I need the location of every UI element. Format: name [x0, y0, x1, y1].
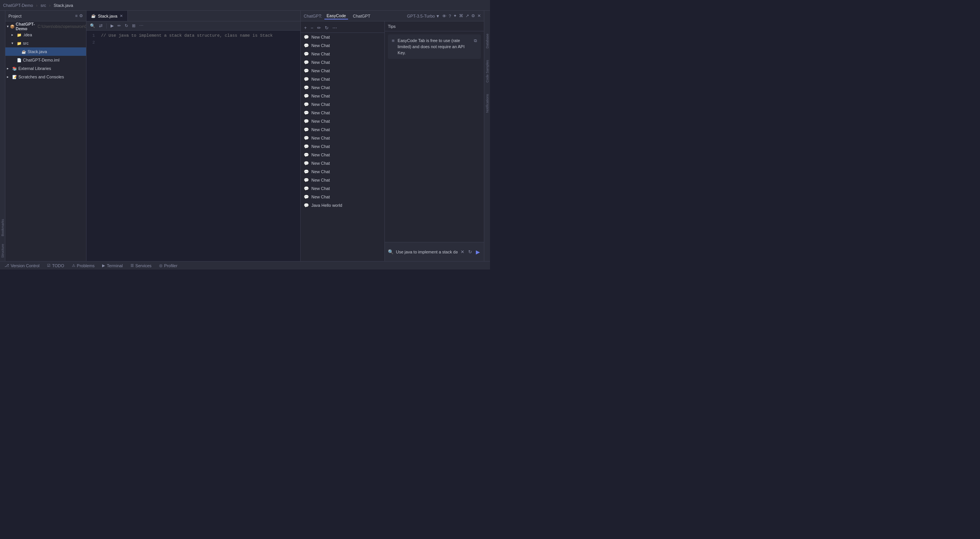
search-chat-icon: 🔍: [388, 249, 394, 255]
chat-item-17[interactable]: 💬 New Chat: [301, 167, 384, 176]
profiler-label: Profiler: [164, 263, 177, 268]
chat-item-15[interactable]: 💬 New Chat: [301, 151, 384, 159]
chat-item-21[interactable]: 💬 Java Hello world: [301, 201, 384, 209]
chat-label-12: New Chat: [311, 127, 330, 132]
bottom-bar: ⎇ Version Control ☑ TODO ⚠ Problems ▶ Te…: [0, 261, 490, 270]
tree-item-external-libs[interactable]: ▸ 📚 External Libraries: [5, 64, 86, 73]
chevron-down-model-icon: ▼: [436, 14, 440, 18]
chat-label-5: New Chat: [311, 68, 330, 73]
chat-icon-10: 💬: [304, 110, 309, 115]
chat-label-9: New Chat: [311, 102, 330, 107]
replace-toolbar-icon[interactable]: ⇄: [98, 23, 104, 29]
run-icon[interactable]: ▶: [109, 23, 115, 29]
chat-item-20[interactable]: 💬 New Chat: [301, 193, 384, 201]
tab-stack-java[interactable]: ☕ Stack.java ✕: [86, 11, 128, 21]
bottom-tab-terminal[interactable]: ▶ Terminal: [101, 263, 124, 269]
chat-item-10[interactable]: 💬 New Chat: [301, 109, 384, 117]
close-panel-icon[interactable]: ✕: [477, 13, 481, 18]
chat-label-19: New Chat: [311, 186, 330, 191]
chat-item-14[interactable]: 💬 New Chat: [301, 142, 384, 151]
tree-item-scratches[interactable]: ▸ 📝 Scratches and Consoles: [5, 73, 86, 81]
chat-item-7[interactable]: 💬 New Chat: [301, 83, 384, 92]
tree-item-src[interactable]: ▾ 📁 src: [5, 39, 86, 47]
profiler-icon: ◎: [159, 263, 163, 268]
chat-item-6[interactable]: 💬 New Chat: [301, 75, 384, 83]
chat-item-9[interactable]: 💬 New Chat: [301, 100, 384, 109]
export-icon[interactable]: ↗: [466, 13, 469, 18]
version-control-label: Version Control: [11, 263, 39, 268]
chat-input-area: 🔍 ✕ ↻ ▶: [385, 242, 484, 261]
github-icon[interactable]: ⌘: [459, 13, 463, 18]
code-samples-label[interactable]: Code Samples: [485, 60, 489, 83]
tree-label-iml: ChatGPT-Demo.iml: [23, 58, 59, 62]
more-chat-icon[interactable]: ⋯: [331, 25, 338, 31]
more-icon[interactable]: ⋯: [138, 23, 145, 29]
folder-icon: 📁: [16, 33, 22, 37]
project-header: Project ≡ ⚙: [5, 11, 86, 21]
bottom-tab-profiler[interactable]: ◎ Profiler: [158, 263, 179, 269]
send-icon[interactable]: ▶: [475, 248, 481, 256]
bottom-tab-services[interactable]: ☰ Services: [129, 263, 153, 269]
chat-item-2[interactable]: 💬 New Chat: [301, 41, 384, 50]
add-chat-icon[interactable]: +: [303, 25, 308, 31]
search-toolbar-icon[interactable]: 🔍: [89, 23, 96, 29]
tree-item-iml[interactable]: 📄 ChatGPT-Demo.iml: [5, 56, 86, 64]
editor-toolbar: 🔍 ⇄ ▶ ✏ ↻ ⊞ ⋯: [86, 21, 300, 31]
code-area[interactable]: // Use java to implement a stack data st…: [98, 31, 300, 261]
tab-java-icon: ☕: [91, 14, 96, 18]
magic-wand-icon[interactable]: ✦: [453, 13, 457, 18]
bottom-tab-problems[interactable]: ⚠ Problems: [70, 263, 96, 269]
chat-icon-19: 💬: [304, 186, 309, 191]
tree-item-idea[interactable]: ▸ 📁 .idea: [5, 31, 86, 39]
chat-item-3[interactable]: 💬 New Chat: [301, 50, 384, 58]
eye-icon[interactable]: 👁: [442, 14, 446, 18]
tips-content: ≡ EasyCode Tab is free to use (rate limi…: [385, 31, 484, 242]
chat-item-11[interactable]: 💬 New Chat: [301, 117, 384, 125]
chatgpt-header: ChatGPT: EasyCode ChatGPT GPT-3.5-Turbo …: [301, 11, 484, 21]
info-icon: ≡: [392, 38, 395, 44]
chat-item-4[interactable]: 💬 New Chat: [301, 58, 384, 67]
structure-label[interactable]: Structure: [1, 244, 5, 258]
close-tab-icon[interactable]: ✕: [120, 14, 123, 18]
refresh-chat-icon[interactable]: ↻: [324, 25, 330, 31]
bookmarks-label[interactable]: Bookmarks: [1, 219, 5, 236]
settings-icon[interactable]: ⚙: [471, 13, 475, 18]
tab-easycode[interactable]: EasyCode: [324, 13, 348, 19]
clear-input-icon[interactable]: ✕: [460, 248, 465, 255]
tree-item-stack-java[interactable]: ☕ Stack.java: [5, 47, 86, 56]
notifications-label[interactable]: Notifications: [485, 94, 489, 113]
chat-label-1: New Chat: [311, 35, 330, 39]
chat-item-1[interactable]: 💬 New Chat: [301, 33, 384, 41]
sep2: ›: [49, 3, 51, 8]
bottom-tab-todo[interactable]: ☑ TODO: [46, 263, 66, 269]
edit-chat-icon[interactable]: ✏: [316, 25, 322, 31]
model-dropdown[interactable]: GPT-3.5-Turbo ▼: [407, 14, 440, 18]
edit-icon[interactable]: ✏: [116, 23, 122, 29]
chat-item-8[interactable]: 💬 New Chat: [301, 92, 384, 100]
help-icon[interactable]: ?: [449, 14, 451, 18]
refresh-input-icon[interactable]: ↻: [467, 248, 473, 255]
minus-chat-icon[interactable]: −: [309, 25, 314, 31]
chat-item-13[interactable]: 💬 New Chat: [301, 134, 384, 142]
chat-item-18[interactable]: 💬 New Chat: [301, 176, 384, 184]
chat-item-12[interactable]: 💬 New Chat: [301, 125, 384, 134]
gear-icon[interactable]: ⚙: [79, 13, 83, 18]
chat-input-field[interactable]: [396, 250, 457, 254]
tab-chatgpt[interactable]: ChatGPT: [350, 13, 373, 19]
chat-item-19[interactable]: 💬 New Chat: [301, 184, 384, 193]
iml-file-icon: 📄: [16, 58, 22, 62]
collapse-all-icon[interactable]: ≡: [75, 13, 78, 18]
tips-title: Tips: [388, 24, 396, 29]
tree-item-root[interactable]: ▾ 📦 ChatGPT-Demo C:\Users\obisc\opensour…: [5, 22, 86, 31]
bottom-tab-version-control[interactable]: ⎇ Version Control: [3, 263, 41, 269]
chat-icon-17: 💬: [304, 169, 309, 174]
chat-icon-8: 💬: [304, 94, 309, 99]
refresh-icon[interactable]: ↻: [124, 23, 129, 29]
chat-item-16[interactable]: 💬 New Chat: [301, 159, 384, 167]
copy-icon[interactable]: ⧉: [474, 37, 477, 44]
chat-item-5[interactable]: 💬 New Chat: [301, 67, 384, 75]
layout-icon[interactable]: ⊞: [131, 23, 137, 29]
chat-label-15: New Chat: [311, 153, 330, 157]
database-label[interactable]: Database: [485, 34, 489, 49]
chat-label-18: New Chat: [311, 178, 330, 182]
